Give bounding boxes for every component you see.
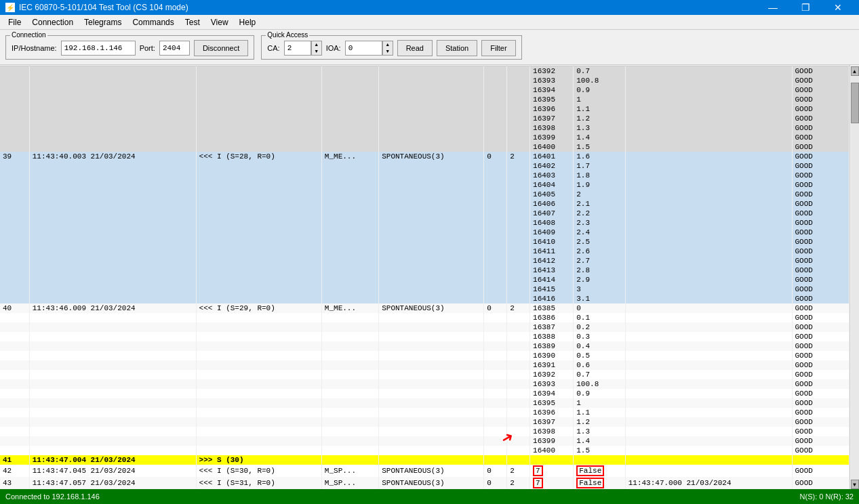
menu-connection[interactable]: Connection <box>26 16 79 28</box>
cell-num <box>0 285 29 294</box>
scrollbar[interactable]: ▲ ▼ <box>850 65 859 489</box>
cell-num <box>0 66 29 77</box>
cell-typeid: M_ME... <box>321 152 378 161</box>
cell-apci <box>196 360 321 370</box>
cell-typeid <box>321 171 378 180</box>
cell-timestamp <box>625 266 792 275</box>
cell-timestamp <box>625 360 792 370</box>
cell-num <box>0 370 29 379</box>
minimize-button[interactable]: — <box>757 0 788 15</box>
ca-spinner: ▲ ▼ <box>284 41 322 56</box>
cell-cot <box>379 199 484 209</box>
cell-oa <box>484 104 507 114</box>
cell-cot <box>379 85 484 95</box>
cell-ca <box>507 209 530 218</box>
cell-value: 2.7 <box>574 256 625 266</box>
cell-num <box>0 446 29 455</box>
cell-cot <box>379 180 484 190</box>
ioa-input[interactable] <box>345 41 382 56</box>
cell-timestamp <box>625 114 792 123</box>
cell-apci <box>196 237 321 247</box>
cell-apci <box>196 313 321 322</box>
table-scroll[interactable]: #.. Time (received/sent) APCI/LPCI TypeI… <box>0 65 850 489</box>
cell-oa <box>484 133 507 142</box>
cell-time <box>29 123 196 133</box>
menu-commands[interactable]: Commands <box>127 16 179 28</box>
ca-spin-down[interactable]: ▼ <box>312 48 321 55</box>
cell-timestamp <box>625 152 792 161</box>
table-row: 4011:43:46.009 21/03/2024<<< I (S=29, R=… <box>0 303 850 313</box>
cell-value: 0 <box>574 303 625 313</box>
cell-time <box>29 275 196 285</box>
cell-quality: GOOD <box>792 477 850 489</box>
port-input[interactable] <box>159 41 190 56</box>
cell-timestamp <box>625 237 792 247</box>
maximize-button[interactable]: ❐ <box>790 0 821 15</box>
cell-time <box>29 256 196 266</box>
read-button[interactable]: Read <box>397 40 433 56</box>
cell-timestamp <box>625 66 792 77</box>
cell-num <box>0 398 29 408</box>
cell-ca <box>507 285 530 294</box>
ioa-spin-up[interactable]: ▲ <box>383 41 393 48</box>
cell-apci <box>196 398 321 408</box>
cell-num <box>0 161 29 171</box>
cell-num <box>0 228 29 237</box>
station-button[interactable]: Station <box>437 40 477 56</box>
ip-input[interactable] <box>61 41 136 56</box>
cell-quality: GOOD <box>792 228 850 237</box>
ca-input[interactable] <box>284 41 311 56</box>
cell-value: 0.3 <box>574 332 625 341</box>
menu-file[interactable]: File <box>3 16 26 28</box>
cell-num <box>0 95 29 104</box>
table-row: 163860.1GOOD <box>0 313 850 322</box>
cell-typeid <box>321 446 378 455</box>
cell-oa <box>484 66 507 77</box>
ca-spin-up[interactable]: ▲ <box>312 41 321 48</box>
scroll-down-btn[interactable]: ▼ <box>851 480 859 489</box>
cell-num <box>0 294 29 303</box>
cell-time <box>29 66 196 77</box>
quick-access-label: Quick Access <box>266 31 309 39</box>
menu-help[interactable]: Help <box>234 16 262 28</box>
scroll-up-btn[interactable]: ▲ <box>851 66 859 76</box>
cell-ca <box>507 190 530 199</box>
cell-oa: 0 <box>484 152 507 161</box>
menu-telegrams[interactable]: Telegrams <box>79 16 127 28</box>
table-row: 164031.8GOOD <box>0 171 850 180</box>
cell-typeid <box>321 285 378 294</box>
cell-ca <box>507 351 530 360</box>
cell-typeid <box>321 417 378 427</box>
scroll-thumb[interactable] <box>851 83 859 123</box>
close-button[interactable]: ✕ <box>822 0 854 15</box>
cell-apci <box>196 427 321 436</box>
cell-typeid <box>321 123 378 133</box>
menu-test[interactable]: Test <box>180 16 205 28</box>
cell-value: 1.8 <box>574 171 625 180</box>
menu-view[interactable]: View <box>205 16 234 28</box>
ioa-spin-buttons: ▲ ▼ <box>382 41 393 56</box>
table-row: 16393100.8GOOD <box>0 76 850 85</box>
cell-time <box>29 408 196 417</box>
cell-ca <box>507 294 530 303</box>
cell-cot <box>379 313 484 322</box>
cell-cot <box>379 417 484 427</box>
cell-ioa: 16415 <box>530 285 574 294</box>
cell-ioa: 16389 <box>530 341 574 351</box>
cell-oa <box>484 256 507 266</box>
filter-button[interactable]: Filter <box>481 40 515 56</box>
cell-oa <box>484 123 507 133</box>
cell-timestamp <box>625 465 792 477</box>
cell-value: 2.6 <box>574 247 625 256</box>
cell-timestamp <box>625 455 792 465</box>
ioa-spin-down[interactable]: ▼ <box>383 48 393 55</box>
cell-timestamp <box>625 446 792 455</box>
cell-value: False <box>574 477 625 489</box>
cell-ioa: 16400 <box>530 142 574 152</box>
cell-time <box>29 398 196 408</box>
cell-ca <box>507 256 530 266</box>
cell-ioa: 16386 <box>530 313 574 322</box>
cell-timestamp <box>625 408 792 417</box>
cell-timestamp <box>625 351 792 360</box>
disconnect-button[interactable]: Disconnect <box>194 40 248 56</box>
